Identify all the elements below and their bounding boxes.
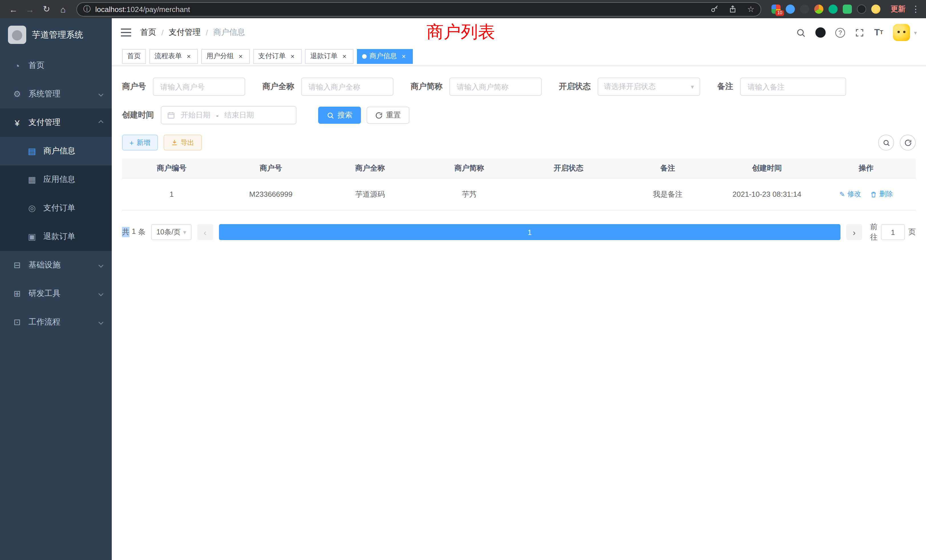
avatar-caret-icon[interactable]: ▾ xyxy=(914,29,917,36)
close-icon[interactable]: × xyxy=(237,52,245,60)
breadcrumb-separator: / xyxy=(161,28,163,37)
full-name-input[interactable] xyxy=(301,77,393,96)
browser-update-button[interactable]: 更新 xyxy=(891,4,905,14)
goto-suffix: 页 xyxy=(908,227,916,237)
tab-process-form[interactable]: 流程表单 × xyxy=(150,49,198,64)
sidebar-item-refund-order[interactable]: ▣ 退款订单 xyxy=(0,222,112,251)
browser-back-icon[interactable]: ← xyxy=(6,4,21,14)
close-icon[interactable]: × xyxy=(340,52,348,60)
tags-view-bar: 首页 流程表单 × 用户分组 × 支付订单 × 退款订单 × xyxy=(112,47,926,66)
date-range-picker[interactable]: 开始日期 - 结束日期 xyxy=(161,106,297,124)
table-tools xyxy=(878,135,916,151)
main-area: 首页 / 支付管理 / 商户信息 ? TT xyxy=(112,18,926,560)
sidebar-item-devtools[interactable]: ⊞ 研发工具 xyxy=(0,279,112,308)
breadcrumb-home[interactable]: 首页 xyxy=(140,27,156,38)
help-icon[interactable]: ? xyxy=(835,28,845,37)
extension-icon[interactable]: 10 xyxy=(772,5,781,14)
tab-label: 支付订单 xyxy=(258,51,286,61)
goto-page-input[interactable] xyxy=(881,224,905,240)
add-button-label: 新增 xyxy=(136,138,150,147)
search-icon xyxy=(882,139,890,146)
sidebar-item-merchant-info[interactable]: ▤ 商户信息 xyxy=(0,137,112,165)
close-icon[interactable]: × xyxy=(400,52,408,60)
app-logo-image xyxy=(8,26,26,44)
merchant-no-input[interactable] xyxy=(153,77,245,96)
user-avatar[interactable] xyxy=(893,24,910,41)
add-button[interactable]: + 新增 xyxy=(122,135,158,151)
page-number-button[interactable]: 1 xyxy=(219,224,840,240)
tab-user-group[interactable]: 用户分组 × xyxy=(201,49,250,64)
tab-label: 商户信息 xyxy=(369,51,397,61)
short-name-input[interactable] xyxy=(449,77,542,96)
delete-link[interactable]: 删除 xyxy=(870,189,893,199)
extension-icon[interactable] xyxy=(857,5,866,14)
extension-icon[interactable] xyxy=(871,5,881,14)
browser-forward-icon[interactable]: → xyxy=(22,4,38,14)
search-icon[interactable] xyxy=(796,28,806,37)
extension-icon[interactable] xyxy=(786,5,795,14)
refresh-table-button[interactable] xyxy=(900,135,916,151)
app-frame: 芋道管理系统 ◔ 首页 ⚙ 系统管理 ¥ 支付管理 xyxy=(0,18,926,560)
tab-refund-order[interactable]: 退款订单 × xyxy=(305,49,354,64)
browser-reload-icon[interactable]: ↻ xyxy=(39,4,54,14)
close-icon[interactable]: × xyxy=(289,52,297,60)
address-bar[interactable]: ⓘ localhost:1024/pay/merchant ☆ xyxy=(76,2,761,16)
toggle-search-button[interactable] xyxy=(878,135,894,151)
extension-icon[interactable] xyxy=(814,5,823,14)
github-icon[interactable] xyxy=(816,27,826,38)
workflow-icon: ⊡ xyxy=(11,317,23,327)
close-icon[interactable]: × xyxy=(185,52,193,60)
filter-merchant-no: 商户号 xyxy=(122,77,245,96)
app-title: 芋道管理系统 xyxy=(32,29,83,40)
order-icon: ◎ xyxy=(26,203,38,213)
table-header-row: 商户编号 商户号 商户全称 商户简称 开启状态 备注 创建时间 操作 xyxy=(122,159,916,178)
tab-pay-order[interactable]: 支付订单 × xyxy=(253,49,302,64)
page-size-value: 10条/页 xyxy=(156,227,180,237)
merchant-card-icon: ▤ xyxy=(26,146,38,156)
status-select[interactable]: 请选择开启状态 ▾ xyxy=(598,77,700,96)
breadcrumb-pay[interactable]: 支付管理 xyxy=(169,27,201,38)
extension-icon[interactable] xyxy=(800,5,809,14)
extension-icon[interactable] xyxy=(843,5,852,14)
tab-label: 流程表单 xyxy=(154,51,182,61)
sidebar-collapse-icon[interactable] xyxy=(121,29,131,36)
column-header: 商户全称 xyxy=(321,163,420,173)
sidebar-item-pay[interactable]: ¥ 支付管理 xyxy=(0,108,112,137)
share-icon[interactable] xyxy=(729,5,737,13)
page: ← → ↻ ⌂ ⓘ localhost:1024/pay/merchant ☆ … xyxy=(0,0,926,560)
export-button[interactable]: 导出 xyxy=(163,135,201,151)
column-header: 商户号 xyxy=(221,163,321,173)
sidebar-item-infrastructure[interactable]: ⊟ 基础设施 xyxy=(0,251,112,279)
tab-label: 退款订单 xyxy=(310,51,337,61)
sidebar-item-system[interactable]: ⚙ 系统管理 xyxy=(0,80,112,108)
sidebar-item-home[interactable]: ◔ 首页 xyxy=(0,51,112,80)
cell-merchant-id: 1 xyxy=(122,190,221,198)
reset-button[interactable]: 重置 xyxy=(367,107,409,124)
sidebar-item-pay-order[interactable]: ◎ 支付订单 xyxy=(0,194,112,222)
font-size-icon[interactable]: TT xyxy=(874,28,883,37)
page-size-select[interactable]: 10条/页 ▾ xyxy=(151,224,191,240)
search-button[interactable]: 搜索 xyxy=(318,107,361,124)
site-info-icon[interactable]: ⓘ xyxy=(83,4,91,14)
filter-full-name: 商户全称 xyxy=(262,77,393,96)
password-key-icon[interactable] xyxy=(711,5,719,13)
remark-input[interactable] xyxy=(740,77,846,96)
column-header: 创建时间 xyxy=(717,163,817,173)
filter-label: 创建时间 xyxy=(122,110,154,120)
sidebar-item-app-info[interactable]: ▦ 应用信息 xyxy=(0,165,112,194)
fullscreen-icon[interactable] xyxy=(855,28,864,37)
prev-page-button[interactable]: ‹ xyxy=(197,224,213,240)
extension-icon[interactable] xyxy=(829,5,838,14)
url-path: :1024/pay/merchant xyxy=(125,5,190,14)
breadcrumb: 首页 / 支付管理 / 商户信息 xyxy=(140,27,245,38)
bookmark-star-icon[interactable]: ☆ xyxy=(747,5,754,14)
tab-home[interactable]: 首页 xyxy=(122,49,146,64)
edit-label: 修改 xyxy=(847,189,861,199)
browser-home-icon[interactable]: ⌂ xyxy=(55,4,71,14)
edit-link[interactable]: ✎ 修改 xyxy=(839,189,861,199)
url-text[interactable]: localhost:1024/pay/merchant xyxy=(95,5,701,14)
browser-menu-icon[interactable]: ⋮ xyxy=(911,4,920,14)
sidebar-item-workflow[interactable]: ⊡ 工作流程 xyxy=(0,308,112,336)
tab-merchant-info[interactable]: 商户信息 × xyxy=(357,49,413,64)
next-page-button[interactable]: › xyxy=(846,224,862,240)
